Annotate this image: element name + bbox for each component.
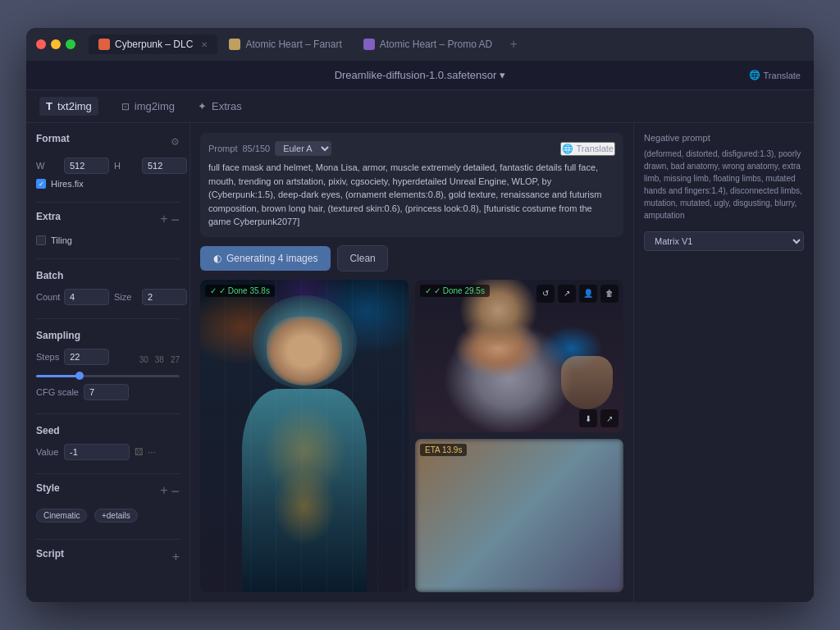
style-title: Style xyxy=(36,482,60,494)
style-plus-btn[interactable]: + xyxy=(160,484,167,499)
steps-input[interactable] xyxy=(64,349,109,365)
hires-checkbox[interactable] xyxy=(36,179,46,189)
tab-close-cyberpunk[interactable]: ✕ xyxy=(201,40,208,49)
section-extra: Extra + − Tiling xyxy=(36,211,180,245)
divider-5 xyxy=(36,473,180,474)
seed-input[interactable] xyxy=(64,444,130,460)
steps-slider-fill xyxy=(36,375,80,377)
width-input[interactable] xyxy=(64,158,109,174)
style-details[interactable]: +details xyxy=(94,509,138,523)
divider-1 xyxy=(36,202,180,203)
width-label: W xyxy=(36,161,59,171)
add-tab-button[interactable]: + xyxy=(504,34,523,54)
style-section-header: Style + − xyxy=(36,482,180,500)
extras-label: Extras xyxy=(212,100,242,112)
model-selector[interactable]: Dreamlike-diffusion-1.0.safetensor ▾ xyxy=(335,69,506,81)
fullscreen-button[interactable] xyxy=(66,39,75,49)
sidebar: Format ⚙ W H Hires.fix Extra xyxy=(26,123,190,602)
tiling-label: Tiling xyxy=(51,235,72,245)
prompt-meta: Prompt 85/150 Euler A xyxy=(208,141,331,156)
step-mark-2: 38 xyxy=(155,355,164,364)
generate-spinner-icon: ◐ xyxy=(213,253,221,264)
sampler-select[interactable]: Euler A xyxy=(275,141,331,156)
tab-label-atomic-fanart: Atomic Heart – Fanart xyxy=(245,39,341,50)
gold-gear xyxy=(273,467,336,545)
dice-icon[interactable]: ⚄ xyxy=(135,446,143,458)
image-1[interactable] xyxy=(200,280,409,593)
format-settings-icon[interactable]: ⚙ xyxy=(171,136,180,148)
height-input[interactable] xyxy=(142,158,187,174)
cfg-input[interactable] xyxy=(84,384,129,400)
txt2img-icon: T xyxy=(46,100,52,112)
image-1-time: ✓ Done 35.8s xyxy=(219,286,270,295)
height-label: H xyxy=(114,161,137,171)
trash-btn-2[interactable]: 🗑 xyxy=(600,285,619,303)
share-btn-2[interactable]: ↗ xyxy=(600,409,619,427)
refresh-btn-2[interactable]: ↺ xyxy=(536,285,555,303)
send-btn-2[interactable]: ↗ xyxy=(558,285,576,303)
width-row: W H xyxy=(36,158,180,174)
cfg-row: CFG scale xyxy=(36,384,180,400)
size-input[interactable] xyxy=(142,289,187,305)
img2img-icon: ⊡ xyxy=(121,101,130,112)
image-1-badge: ✓ ✓ Done 35.8s xyxy=(205,285,275,297)
size-label: Size xyxy=(114,292,137,302)
mech-shoulder xyxy=(561,356,614,409)
steps-slider-thumb[interactable] xyxy=(75,372,84,380)
tab-txt2img[interactable]: T txt2img xyxy=(39,97,98,116)
tab-extras[interactable]: ✦ Extras xyxy=(198,100,242,112)
download-btn-2[interactable]: ⬇ xyxy=(579,409,597,427)
seed-title: Seed xyxy=(36,425,60,436)
extra-plus-btn[interactable]: + xyxy=(160,212,167,227)
divider-4 xyxy=(36,413,180,414)
image-2-time: ✓ Done 29.5s xyxy=(434,286,485,295)
model-name-label: Dreamlike-diffusion-1.0.safetensor xyxy=(335,69,497,81)
prompt-text[interactable]: full face mask and helmet, Mona Lisa, ar… xyxy=(208,161,615,229)
section-script: Script + xyxy=(36,548,180,566)
neg-prompt-text[interactable]: (deformed, distorted, disfigured:1.3), p… xyxy=(644,148,804,221)
minimize-button[interactable] xyxy=(51,39,61,49)
section-sampling: Sampling Steps 30 38 27 xyxy=(36,327,180,400)
matrix-select[interactable]: Matrix V1 xyxy=(644,231,804,251)
steps-label: Steps xyxy=(36,352,59,362)
extra-minus-btn[interactable]: − xyxy=(171,212,180,227)
tab-icon-atomic-promo xyxy=(363,39,375,50)
image-3[interactable] xyxy=(415,439,623,592)
generate-button[interactable]: ◐ Generating 4 images xyxy=(200,246,331,271)
main-content: Format ⚙ W H Hires.fix Extra xyxy=(26,123,814,602)
tab-cyberpunk[interactable]: Cyberpunk – DLC ✕ xyxy=(89,34,217,54)
steps-slider-track[interactable] xyxy=(36,375,180,377)
sampling-title: Sampling xyxy=(36,330,80,341)
tab-atomic-fanart[interactable]: Atomic Heart – Fanart xyxy=(219,34,351,54)
translate-header-btn[interactable]: 🌐 Translate xyxy=(749,70,801,80)
clean-button[interactable]: Clean xyxy=(337,245,387,272)
translate-button[interactable]: 🌐 Translate xyxy=(560,142,615,156)
count-input[interactable] xyxy=(64,289,109,305)
tab-label-atomic-promo: Atomic Heart – Promo AD xyxy=(380,39,492,50)
seed-more-icon[interactable]: ··· xyxy=(148,446,156,458)
prompt-area: Prompt 85/150 Euler A 🌐 Translate full f… xyxy=(200,133,623,237)
check-icon-2: ✓ xyxy=(425,286,431,295)
format-section-header: Format ⚙ xyxy=(36,133,180,151)
script-plus-btn[interactable]: + xyxy=(172,550,180,564)
image-2-bottom-toolbar: ⬇ ↗ xyxy=(579,409,619,427)
steps-row: Steps 30 38 27 xyxy=(36,349,180,370)
extra-btns: + − xyxy=(160,212,180,227)
steps-field: Steps xyxy=(36,349,109,365)
prompt-counter: 85/150 xyxy=(242,144,270,153)
style-minus-btn[interactable]: − xyxy=(171,484,180,499)
tab-atomic-promo[interactable]: Atomic Heart – Promo AD xyxy=(354,34,502,54)
format-title: Format xyxy=(36,133,70,144)
tiling-checkbox[interactable] xyxy=(36,235,46,245)
mode-tabs-bar: T txt2img ⊡ img2img ✦ Extras xyxy=(26,90,814,123)
extra-section-header: Extra + − xyxy=(36,211,180,229)
style-cinematic[interactable]: Cinematic xyxy=(36,509,87,523)
center-panel: Prompt 85/150 Euler A 🌐 Translate full f… xyxy=(190,123,633,602)
globe-icon: 🌐 xyxy=(749,70,760,80)
person-btn-2[interactable]: 👤 xyxy=(579,285,597,303)
tab-img2img[interactable]: ⊡ img2img xyxy=(115,97,181,116)
divider-3 xyxy=(36,318,180,319)
seed-row: Value ⚄ ··· xyxy=(36,444,180,460)
close-button[interactable] xyxy=(36,39,46,49)
txt2img-label: txt2img xyxy=(57,100,92,112)
